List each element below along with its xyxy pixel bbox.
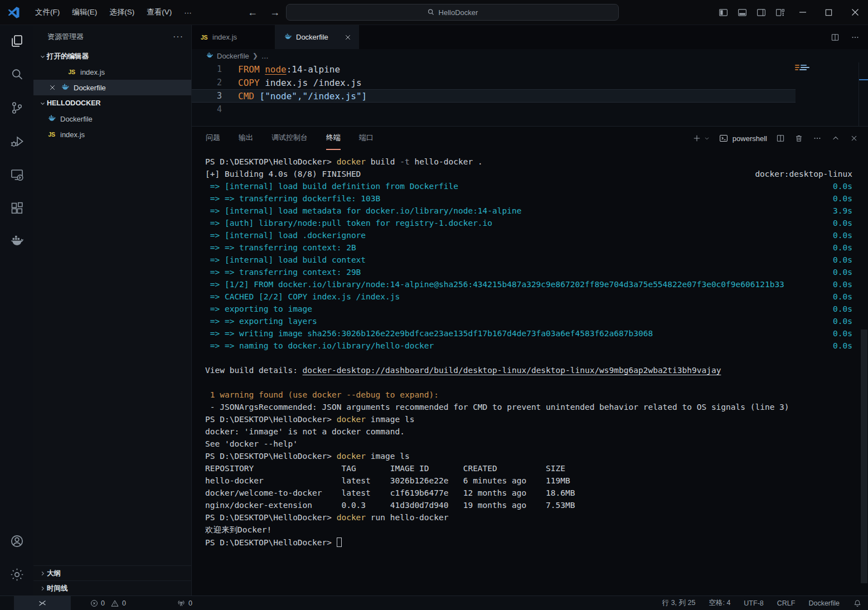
js-file-icon: JS	[200, 33, 208, 42]
section-open-editors[interactable]: 打开的编辑器	[33, 49, 191, 64]
menubar: 文件(F)编辑(E)选择(S)查看(V)···	[29, 0, 198, 25]
terminal-line-right: 0.0s	[833, 229, 852, 241]
notifications-bell-icon[interactable]	[853, 599, 861, 607]
terminal-line-right: docker:desktop-linux	[755, 168, 852, 180]
command-center-search[interactable]: HelloDocker	[286, 4, 619, 21]
close-panel-icon[interactable]	[849, 133, 859, 143]
maximize-panel-chevron-icon[interactable]	[831, 133, 841, 143]
run-debug-icon[interactable]	[4, 129, 29, 153]
breadcrumb-file[interactable]: Dockerfile	[217, 52, 249, 60]
search-icon[interactable]	[4, 62, 29, 86]
remote-indicator[interactable]	[14, 596, 71, 610]
terminal-line: docker: 'inmage' is not a docker command…	[205, 425, 852, 438]
terminal-line-text: docker: 'inmage' is not a docker command…	[205, 425, 405, 438]
close-window-button[interactable]	[842, 0, 868, 25]
vscode-logo-icon	[7, 6, 20, 19]
explorer-file-item[interactable]: Dockerfile	[33, 111, 191, 127]
terminal-output[interactable]: PS D:\DESKTOP\HelloDocker> docker build …	[205, 156, 852, 596]
customize-layout-icon[interactable]	[770, 4, 789, 21]
vscode-window: 文件(F)编辑(E)选择(S)查看(V)··· ← → HelloDocker	[0, 0, 868, 610]
status-item-4[interactable]: Dockerfile	[808, 599, 840, 607]
status-item-2[interactable]: UTF-8	[744, 599, 763, 607]
close-tab-icon[interactable]	[343, 32, 353, 42]
forward-arrow-icon[interactable]: →	[268, 7, 282, 18]
editor-more-actions-icon[interactable]	[850, 32, 860, 42]
titlebar: 文件(F)编辑(E)选择(S)查看(V)··· ← → HelloDocker	[0, 0, 868, 25]
terminal-line: => => transferring context: 2B0.0s	[205, 241, 852, 254]
toggle-sidebar-icon[interactable]	[714, 4, 733, 21]
terminal-cursor	[337, 538, 342, 547]
maximize-button[interactable]	[816, 0, 842, 25]
menubar-item-3[interactable]: 查看(V)	[140, 4, 178, 21]
code-line[interactable]: 2COPY index.js /index.js	[192, 76, 868, 89]
terminal-line-right: 0.0s	[833, 315, 852, 327]
terminal-line: REPOSITORY TAG IMAGE ID CREATED SIZE	[205, 462, 852, 475]
menubar-item-1[interactable]: 编辑(E)	[66, 4, 103, 21]
panel-more-actions-icon[interactable]	[812, 133, 822, 143]
line-number: 2	[192, 78, 222, 88]
terminal-line-text: => exporting to image	[205, 303, 312, 315]
source-control-icon[interactable]	[4, 95, 29, 120]
panel-tab-0[interactable]: 问题	[206, 127, 220, 150]
terminal-line: hello-docker latest 3026b126e22e 6 minut…	[205, 475, 852, 487]
explorer-file-item[interactable]: JSindex.js	[33, 127, 191, 142]
sidebar-bottom-section-label: 时间线	[47, 584, 68, 593]
panel-tab-4[interactable]: 端口	[359, 127, 374, 150]
terminal-line-right: 0.0s	[833, 278, 852, 291]
terminal-instance[interactable]: powershell	[719, 133, 767, 143]
tabbar-actions	[830, 25, 860, 49]
problems-status[interactable]: 0 0	[90, 599, 126, 607]
section-workspace-folder[interactable]: HELLODOCKER	[33, 95, 191, 111]
chevron-right-icon	[38, 585, 47, 592]
close-editor-icon[interactable]	[48, 83, 57, 92]
code-line[interactable]: 4	[192, 103, 868, 116]
status-item-0[interactable]: 行 3, 列 25	[662, 598, 696, 608]
terminal-line-text: PS D:\DESKTOP\HelloDocker> docker build …	[205, 156, 483, 168]
kill-terminal-trash-icon[interactable]	[794, 133, 804, 143]
terminal-line: => [internal] load build context0.0s	[205, 254, 852, 266]
breadcrumb[interactable]: Dockerfile ❯ …	[192, 49, 868, 62]
panel-tab-2[interactable]: 调试控制台	[271, 127, 308, 150]
open-editor-item[interactable]: Dockerfile	[33, 80, 191, 95]
terminal-line-text: => => naming to docker.io/library/hello-…	[205, 340, 434, 352]
docker-icon[interactable]	[4, 229, 29, 254]
menubar-item-0[interactable]: 文件(F)	[29, 4, 66, 21]
menubar-item-2[interactable]: 选择(S)	[103, 4, 140, 21]
account-icon[interactable]	[4, 529, 29, 553]
editor-tab[interactable]: JSindex.js	[192, 25, 275, 49]
menubar-item-4[interactable]: ···	[178, 5, 198, 20]
terminal-line: PS D:\DESKTOP\HelloDocker> docker image …	[205, 450, 852, 462]
minimize-button[interactable]	[789, 0, 816, 25]
status-item-1[interactable]: 空格: 4	[709, 598, 730, 608]
extensions-icon[interactable]	[4, 196, 29, 220]
status-item-3[interactable]: CRLF	[777, 599, 796, 607]
ports-status[interactable]: 0	[177, 599, 192, 607]
sidebar-bottom-section-1[interactable]: 时间线	[33, 580, 191, 596]
split-terminal-icon[interactable]	[775, 133, 785, 143]
sidebar-bottom-section-0[interactable]: 大纲	[33, 565, 191, 580]
panel-tab-3[interactable]: 终端	[326, 127, 341, 150]
terminal-line: PS D:\DESKTOP\HelloDocker>	[205, 536, 852, 548]
settings-gear-icon[interactable]	[4, 562, 29, 587]
open-editor-item[interactable]: JSindex.js	[33, 64, 191, 80]
new-terminal-icon[interactable]	[692, 133, 702, 143]
back-arrow-icon[interactable]: ←	[245, 7, 260, 18]
search-text: HelloDocker	[439, 8, 478, 17]
toggle-panel-icon[interactable]	[733, 4, 751, 21]
docker-file-icon	[47, 114, 56, 124]
explorer-files-icon[interactable]	[4, 28, 29, 53]
powershell-terminal-icon	[719, 133, 729, 143]
panel-tab-1[interactable]: 输出	[239, 127, 253, 150]
toggle-secondary-sidebar-icon[interactable]	[751, 4, 770, 21]
code-line[interactable]: 1FROM node:14-alpine	[192, 62, 868, 76]
terminal-line-text: => => transferring context: 29B	[205, 266, 361, 278]
terminal-dropdown-chevron-icon[interactable]	[704, 133, 710, 143]
code-line[interactable]: 3CMD ["node","/index.js"]	[192, 89, 868, 103]
breadcrumb-more[interactable]: …	[261, 52, 269, 60]
terminal-scrollbar-thumb[interactable]	[861, 330, 867, 583]
remote-explorer-icon[interactable]	[4, 162, 29, 187]
terminal-line-text: 1 warning found (use docker --debug to e…	[205, 389, 439, 401]
split-editor-icon[interactable]	[830, 32, 840, 42]
editor-tab[interactable]: Dockerfile	[275, 25, 359, 49]
more-actions-icon[interactable]: ···	[173, 32, 183, 42]
